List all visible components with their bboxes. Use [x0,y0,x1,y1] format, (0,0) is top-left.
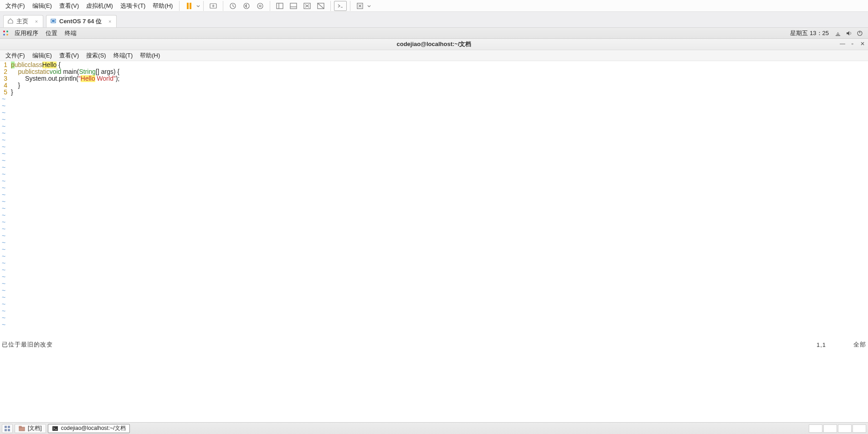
svg-point-17 [6,34,8,36]
workspace-switcher[interactable] [809,424,866,433]
task-label: codejiao@localhost:~/文档 [61,424,126,432]
term-menu-search[interactable]: 搜索(S) [82,52,109,60]
applications-icon [3,30,9,36]
gnome-terminal[interactable]: 终端 [61,29,80,37]
snapshot-manage-icon[interactable] [254,1,267,11]
vim-scroll-mode: 全部 [853,341,866,349]
fullscreen-dropdown-icon[interactable] [367,4,371,8]
vmware-host-menu: 文件(F) 编辑(E) 查看(V) 虚拟机(M) 选项卡(T) 帮助(H) [0,0,868,12]
tab-vm-label: CentOS 7 64 位 [59,17,102,26]
send-keys-icon[interactable] [207,1,220,11]
svg-rect-20 [8,426,10,428]
gnome-applications[interactable]: 应用程序 [11,29,42,37]
tab-home-label: 主页 [16,17,28,26]
volume-icon[interactable] [845,29,853,37]
power-icon[interactable] [856,29,864,37]
vim-status-bar: 已位于最旧的改变 1,1 全部 [0,341,868,349]
term-menu-file[interactable]: 文件(F) [2,52,29,60]
svg-rect-0 [187,3,189,9]
window-maximize-icon[interactable]: ▫ [849,40,856,47]
svg-point-16 [3,34,5,36]
gnome-top-panel: 应用程序 位置 终端 星期五 13：25 [0,28,868,39]
tab-vm[interactable]: CentOS 7 64 位 × [46,15,117,27]
pause-dropdown-icon[interactable] [196,4,200,8]
console-icon[interactable] [334,1,347,11]
close-icon[interactable]: × [107,19,113,24]
home-icon [7,18,14,26]
fullscreen-icon[interactable] [354,1,366,11]
svg-rect-21 [5,429,7,431]
term-menu-edit[interactable]: 编辑(E) [29,52,56,60]
svg-rect-7 [277,3,283,9]
window-minimize-icon[interactable]: — [839,40,846,47]
layout-bottom-icon[interactable] [287,1,300,11]
pause-icon[interactable] [183,1,195,11]
svg-rect-24 [19,426,21,428]
vmware-tab-bar: 主页 × CentOS 7 64 位 × [0,12,868,28]
svg-point-5 [257,3,263,9]
terminal-title-bar: codejiao@localhost:~/文档 — ▫ ✕ [0,39,868,50]
gnome-clock[interactable]: 星期五 13：25 [786,29,832,37]
task-terminal[interactable]: codejiao@localhost:~/文档 [48,424,130,433]
task-file-manager[interactable]: [文档] [15,424,46,433]
svg-rect-19 [5,426,7,428]
window-close-icon[interactable]: ✕ [859,40,866,47]
snapshot-revert-icon[interactable] [240,1,253,11]
menu-file[interactable]: 文件(F) [2,0,29,12]
svg-rect-25 [52,426,58,431]
term-menu-term[interactable]: 终端(T) [110,52,137,60]
term-menu-view[interactable]: 查看(V) [56,52,82,60]
snapshot-take-icon[interactable] [226,1,239,11]
layout-sidebar-icon[interactable] [273,1,286,11]
svg-rect-22 [8,429,10,431]
vim-status-message: 已位于最旧的改变 [2,341,53,349]
tab-home[interactable]: 主页 × [3,15,43,27]
layout-stretch-icon[interactable] [301,1,313,11]
terminal-title: codejiao@localhost:~/文档 [396,40,471,48]
close-icon[interactable]: × [34,19,39,24]
svg-rect-8 [290,3,297,9]
gnome-bottom-panel: [文档] codejiao@localhost:~/文档 [0,422,868,434]
menu-vm[interactable]: 虚拟机(M) [82,0,117,12]
menu-tab[interactable]: 选项卡(T) [117,0,149,12]
vim-editor[interactable]: 1public class Hello {2 public static voi… [0,61,868,341]
svg-point-15 [6,31,8,32]
task-show-desktop[interactable] [2,424,13,433]
svg-rect-13 [52,20,55,22]
layout-fit-icon[interactable] [314,1,327,11]
svg-rect-1 [190,3,191,9]
menu-edit[interactable]: 编辑(E) [29,0,56,12]
gnome-places[interactable]: 位置 [42,29,61,37]
vim-cursor-pos: 1,1 [817,341,826,348]
svg-point-14 [3,31,5,32]
vm-icon [50,18,56,26]
svg-point-6 [259,5,261,7]
task-label: [文档] [28,424,42,432]
network-icon[interactable] [834,29,842,37]
term-menu-help[interactable]: 帮助(H) [136,52,164,60]
menu-view[interactable]: 查看(V) [56,0,82,12]
menu-help[interactable]: 帮助(H) [149,0,176,12]
terminal-menu-bar: 文件(F) 编辑(E) 查看(V) 搜索(S) 终端(T) 帮助(H) [0,50,868,61]
